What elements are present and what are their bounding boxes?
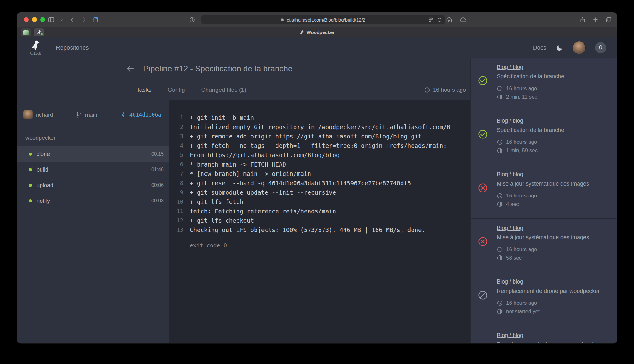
notification-badge[interactable]: 0 <box>595 42 606 53</box>
step-duration: 00:06 <box>151 182 164 188</box>
user-avatar[interactable] <box>573 41 586 54</box>
pipeline-tab[interactable]: Changed files (1) <box>201 80 246 100</box>
minimize-window-button[interactable] <box>32 17 37 22</box>
reload-icon[interactable] <box>437 17 442 22</box>
pipeline-updated-text: 16 hours ago <box>433 87 466 93</box>
pipeline-duration-text: 4 sec <box>506 201 519 207</box>
pipeline-list-item[interactable]: Blog / blog Spécification de la branche … <box>471 58 617 111</box>
pipeline-list-item[interactable]: Blog / blog Mise à jour systématique des… <box>471 165 617 219</box>
clock-icon <box>497 139 503 145</box>
share-icon[interactable] <box>579 17 586 23</box>
back-arrow-icon[interactable] <box>126 64 135 73</box>
pipeline-time-text: 16 hours ago <box>506 300 537 306</box>
woodpecker-logo[interactable]: 0.15.8 <box>30 40 41 56</box>
log-line-number: 5 <box>169 152 183 158</box>
log-line-number: 6 <box>169 161 183 167</box>
pipeline-time: 16 hours ago <box>497 192 609 200</box>
pipeline-sidebar-left: richard main <box>17 100 169 343</box>
log-line-number: 13 <box>169 227 183 233</box>
step-list: clone 00:15 build 01:46 upload 00:06 <box>17 146 169 209</box>
pipeline-step[interactable]: build 01:46 <box>17 162 169 177</box>
nav-docs[interactable]: Docs <box>533 44 546 51</box>
pinned-app-icon[interactable] <box>92 17 99 23</box>
pipeline-time: 16 hours ago <box>497 138 609 146</box>
pipeline-repo-link[interactable]: Blog / blog <box>497 279 523 285</box>
pipeline-tab-label: Tasks <box>136 86 152 93</box>
log-output[interactable]: 1 + git init -b main 2 Initialized empty… <box>169 100 470 343</box>
pipeline-list-item[interactable]: Blog / blog Remplacement de drone par wo… <box>471 326 617 343</box>
back-button[interactable] <box>69 17 76 23</box>
url-text: ci.athaliasoft.com/Blog/blog/build/12/2 <box>287 17 365 22</box>
site-favicon <box>23 30 29 35</box>
tab-other-site[interactable] <box>21 28 31 36</box>
log-line-text: + git remote add origin https://git.atha… <box>190 133 422 140</box>
log-line-text: + git lfs checkout <box>190 217 254 224</box>
tab-overview-icon[interactable] <box>605 17 612 23</box>
browser-window: ci.athaliasoft.com/Blog/blog/build/12/2 <box>17 12 617 343</box>
info-icon[interactable] <box>189 17 195 23</box>
lock-icon <box>280 18 284 22</box>
pipeline-repo-link[interactable]: Blog / blog <box>497 118 523 124</box>
app-version: 0.15.8 <box>30 51 41 56</box>
new-tab-icon[interactable] <box>593 17 599 23</box>
pipeline-time-text: 16 hours ago <box>506 139 537 145</box>
chevron-down-icon[interactable] <box>60 18 64 22</box>
step-status-dot <box>29 199 32 202</box>
log-line: 8 + git reset --hard -q 4614d1e06a3dabf3… <box>169 178 470 188</box>
address-bar[interactable]: ci.athaliasoft.com/Blog/blog/build/12/2 <box>201 15 445 24</box>
cloud-icon[interactable] <box>460 16 467 23</box>
fullscreen-window-button[interactable] <box>40 17 45 22</box>
sidebar-toggle-icon[interactable] <box>48 16 55 23</box>
commit-hash[interactable]: 4614d1e06a <box>129 112 161 118</box>
pipeline-tab-label: Config <box>168 86 185 93</box>
log-line-text: Initialized empty Git repository in /woo… <box>190 124 450 130</box>
pipeline-author: richard <box>23 110 53 119</box>
nav-repositories[interactable]: Repositories <box>56 44 89 51</box>
close-window-button[interactable] <box>24 17 29 22</box>
duration-icon <box>497 308 503 315</box>
forward-button[interactable] <box>81 17 87 23</box>
pipeline-tabs: Tasks Config Changed files (1) 16 hours … <box>17 80 470 100</box>
pipeline-duration: 1 min, 59 sec <box>497 146 609 155</box>
clock-icon <box>497 193 503 199</box>
pipeline-list-item[interactable]: Blog / blog Spécification de la branche … <box>471 111 617 165</box>
pipeline-list-item[interactable]: Blog / blog Remplacement de drone par wo… <box>471 272 617 326</box>
tab-woodpecker-favicon[interactable] <box>34 28 44 36</box>
pipeline-commit[interactable]: 4614d1e06a <box>120 112 161 118</box>
pipeline-repo-link[interactable]: Blog / blog <box>497 171 523 178</box>
commit-icon <box>120 112 126 118</box>
pipeline-step[interactable]: clone 00:15 <box>17 146 169 162</box>
pipeline-duration-text: 58 sec <box>506 255 522 261</box>
pipeline-step[interactable]: upload 00:06 <box>17 177 169 193</box>
home-icon[interactable] <box>446 16 453 23</box>
pipeline-message: Spécification de la branche <box>497 127 609 133</box>
pipeline-list-item[interactable]: Blog / blog Mise à jour systématique des… <box>471 219 617 272</box>
branch-icon <box>76 112 82 118</box>
active-tab-title: Woodpecker <box>307 30 335 35</box>
pipeline-tab[interactable]: Config <box>168 80 185 100</box>
browser-toolbar: ci.athaliasoft.com/Blog/blog/build/12/2 <box>17 12 617 27</box>
pipeline-duration: 58 sec <box>497 254 609 262</box>
log-line: 7 * [new branch] main -> origin/main <box>169 169 470 178</box>
page-settings-icon[interactable] <box>428 17 434 22</box>
pipeline-step[interactable]: notify 00:03 <box>17 193 169 209</box>
active-tab[interactable]: Woodpecker <box>300 30 335 35</box>
pipeline-repo-link[interactable]: Blog / blog <box>497 225 523 231</box>
log-line-text: fetch: Fetching reference refs/heads/mai… <box>190 208 336 215</box>
pipeline-main: Pipeline #12 - Spécification de la branc… <box>17 58 470 343</box>
pipeline-time: 16 hours ago <box>497 84 609 93</box>
log-line-number: 1 <box>169 114 183 121</box>
step-name: notify <box>37 198 50 204</box>
pipeline-duration-text: not started yet <box>506 308 540 315</box>
pipeline-tab[interactable]: Tasks <box>136 80 152 100</box>
pipeline-repo-link[interactable]: Blog / blog <box>497 64 523 70</box>
recent-pipelines-sidebar: Blog / blog Spécification de la branche … <box>470 58 617 343</box>
log-line: 3 + git remote add origin https://git.at… <box>169 132 470 141</box>
pipeline-branch: main <box>76 112 97 118</box>
pipeline-time: 16 hours ago <box>497 245 609 254</box>
log-line: 13 Checking out LFS objects: 100% (573/5… <box>169 225 470 235</box>
clock-icon <box>497 85 503 92</box>
duration-icon <box>497 94 503 100</box>
dark-mode-toggle-icon[interactable] <box>556 44 563 51</box>
pipeline-repo-link[interactable]: Blog / blog <box>497 332 523 339</box>
